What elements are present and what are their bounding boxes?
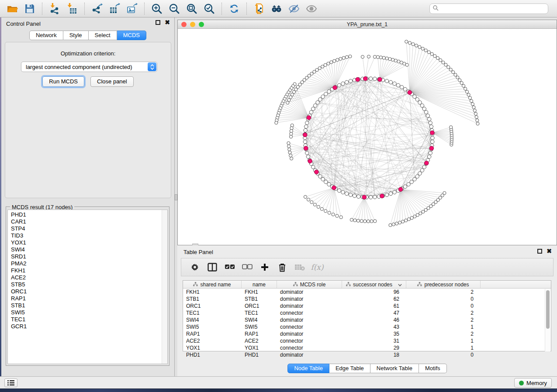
graph-leaf-node[interactable]: [433, 55, 436, 58]
graph-leaf-node[interactable]: [456, 76, 459, 79]
graph-leaf-node[interactable]: [460, 82, 463, 85]
graph-node[interactable]: [313, 104, 317, 107]
graph-node[interactable]: [311, 107, 315, 110]
column-header-name[interactable]: name: [242, 281, 277, 288]
graph-leaf-node[interactable]: [475, 116, 478, 119]
graph-mcds-hub-node[interactable]: [425, 161, 429, 165]
select-all-icon[interactable]: [224, 261, 235, 273]
window-zoom-icon[interactable]: [199, 22, 204, 27]
hide-selected-icon[interactable]: [285, 2, 303, 16]
graph-leaf-node[interactable]: [349, 55, 352, 58]
table-row[interactable]: PHD1PHD1dominator180: [183, 351, 551, 358]
graph-leaf-node[interactable]: [405, 219, 408, 222]
float-panel-icon[interactable]: [156, 20, 160, 25]
tab-select[interactable]: Select: [89, 31, 117, 40]
graph-mcds-hub-node[interactable]: [429, 146, 434, 151]
graph-leaf-node[interactable]: [468, 96, 471, 100]
graph-leaf-node[interactable]: [421, 47, 424, 50]
table-row[interactable]: YOX1YOX1connector291: [183, 344, 551, 351]
mcds-result-item[interactable]: PMA2: [8, 260, 167, 267]
tab-style[interactable]: Style: [63, 31, 89, 40]
graph-node[interactable]: [385, 193, 388, 196]
graph-node[interactable]: [413, 95, 416, 98]
tab-node-table[interactable]: Node Table: [287, 364, 329, 373]
graph-leaf-node[interactable]: [392, 223, 395, 226]
graph-leaf-node[interactable]: [442, 61, 445, 64]
mcds-result-item[interactable]: SRD1: [8, 253, 167, 260]
graph-node[interactable]: [373, 195, 377, 199]
graph-leaf-node[interactable]: [332, 213, 335, 216]
table-row[interactable]: TEC1TEC1connector472: [183, 309, 551, 316]
graph-leaf-node[interactable]: [472, 106, 475, 109]
graph-node[interactable]: [316, 101, 319, 104]
graph-leaf-node[interactable]: [471, 103, 474, 106]
graph-leaf-node[interactable]: [388, 58, 391, 61]
graph-leaf-node[interactable]: [447, 65, 450, 69]
mcds-result-item[interactable]: CAR1: [8, 218, 167, 225]
column-header-shared-name[interactable]: shared name: [183, 281, 242, 288]
mcds-result-item[interactable]: ORC1: [8, 288, 167, 295]
graph-leaf-node[interactable]: [464, 87, 467, 90]
graph-leaf-node[interactable]: [353, 219, 356, 222]
graph-node[interactable]: [400, 86, 404, 89]
graph-leaf-node[interactable]: [373, 55, 376, 58]
graph-node[interactable]: [393, 190, 396, 194]
graph-node[interactable]: [353, 194, 356, 197]
graph-leaf-node[interactable]: [379, 56, 382, 59]
graph-node[interactable]: [318, 175, 322, 178]
table-row[interactable]: FKH1FKH1dominator962: [183, 289, 551, 296]
graph-node[interactable]: [389, 192, 392, 195]
memory-button[interactable]: Memory: [514, 378, 552, 388]
mcds-result-item[interactable]: STB5: [8, 281, 167, 288]
criterion-dropdown[interactable]: largest connected component (undirected): [21, 62, 157, 72]
close-panel-button[interactable]: Close panel: [90, 76, 134, 87]
graph-leaf-node[interactable]: [363, 220, 367, 223]
graph-node[interactable]: [424, 110, 428, 114]
graph-leaf-node[interactable]: [405, 40, 408, 43]
deselect-all-icon[interactable]: [242, 261, 253, 273]
graph-node[interactable]: [427, 117, 431, 121]
graph-leaf-node[interactable]: [345, 55, 348, 58]
graph-leaf-node[interactable]: [327, 62, 330, 65]
zoom-out-icon[interactable]: [166, 2, 183, 16]
graph-leaf-node[interactable]: [476, 119, 479, 122]
import-table-icon[interactable]: [63, 2, 81, 16]
graph-node[interactable]: [369, 196, 373, 199]
graph-node[interactable]: [349, 79, 352, 83]
graph-node[interactable]: [327, 90, 331, 93]
graph-leaf-node[interactable]: [465, 90, 468, 93]
graph-leaf-node[interactable]: [430, 52, 433, 55]
graph-leaf-node[interactable]: [367, 55, 370, 58]
graph-mcds-hub-node[interactable]: [380, 194, 384, 198]
tab-motifs[interactable]: Motifs: [419, 364, 447, 373]
show-panels-button[interactable]: [4, 378, 17, 387]
graph-leaf-node[interactable]: [401, 220, 405, 223]
graph-leaf-node[interactable]: [470, 100, 473, 103]
graph-leaf-node[interactable]: [450, 126, 453, 129]
search-box[interactable]: [429, 3, 548, 14]
graph-leaf-node[interactable]: [385, 57, 388, 60]
zoom-selected-icon[interactable]: [201, 2, 218, 16]
graph-mcds-hub-node[interactable]: [430, 131, 435, 135]
graph-leaf-node[interactable]: [287, 145, 291, 148]
graph-leaf-node[interactable]: [356, 219, 360, 222]
mcds-result-item[interactable]: RAP1: [8, 295, 167, 302]
graph-leaf-node[interactable]: [328, 211, 331, 214]
graph-leaf-node[interactable]: [394, 59, 397, 62]
graph-node[interactable]: [407, 182, 410, 186]
table-scrollbar[interactable]: [545, 289, 550, 351]
graph-node[interactable]: [431, 136, 434, 140]
graph-mcds-hub-node[interactable]: [308, 159, 312, 163]
create-column-icon[interactable]: [259, 261, 270, 273]
mcds-result-item[interactable]: SWI4: [8, 246, 167, 253]
graph-node[interactable]: [420, 104, 424, 107]
graph-node[interactable]: [429, 125, 433, 128]
graph-mcds-hub-node[interactable]: [378, 77, 382, 82]
graph-node[interactable]: [422, 165, 426, 169]
new-network-from-selection-icon[interactable]: [250, 2, 268, 16]
graph-node[interactable]: [403, 185, 407, 188]
graph-node[interactable]: [305, 121, 309, 124]
graph-leaf-node[interactable]: [467, 93, 470, 96]
graph-leaf-node[interactable]: [407, 218, 410, 221]
save-session-icon[interactable]: [21, 2, 38, 16]
